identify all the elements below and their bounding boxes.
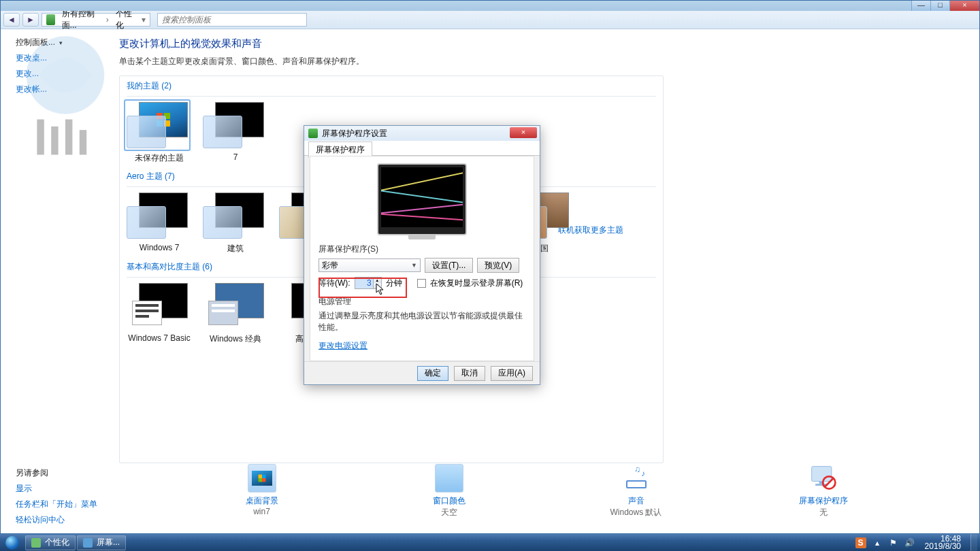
dialog-tabstrip: 屏幕保护程序 [304,141,540,156]
wait-input[interactable] [355,278,373,288]
screensaver-section-label: 屏幕保护程序(S) [318,244,525,255]
screensaver-icon [809,464,838,492]
search-input[interactable] [158,14,306,26]
navbar: ◄ ► 所有控制面... › 个性化 ▾ [1,11,979,29]
close-button[interactable]: × [949,1,979,11]
tray-flag-icon[interactable]: ⚑ [888,537,899,548]
resume-label: 在恢复时显示登录屏幕(R) [430,278,523,289]
sidebar-link-display[interactable]: 显示 [1,481,114,497]
control-panel-icon [46,14,55,25]
show-desktop-button[interactable] [970,534,977,551]
screensaver-dialog: 屏幕保护程序设置 × 屏幕保护程序 屏幕保护程序(S) 彩带▼ 设置(T)...… [304,125,540,385]
change-power-link[interactable]: 更改电源设置 [318,341,368,350]
search-box[interactable] [157,13,307,27]
sidebar-header[interactable]: 控制面板...▾ [1,35,114,50]
taskbar[interactable]: 个性化 屏幕... S ▴ ⚑ 🔊 16:482019/8/30 [0,534,980,551]
maximize-button[interactable]: □ [930,1,949,11]
sidebar-link-desktop[interactable]: 更改桌... [1,50,114,66]
theme-windows7[interactable]: Windows 7 [127,193,192,254]
dialog-icon [308,129,318,138]
settings-button[interactable]: 设置(T)... [425,258,473,273]
dialog-body: 屏幕保护程序(S) 彩带▼ 设置(T)... 预览(V) 等待(W): ▲▼ 分… [310,156,534,361]
theme-win7-basic[interactable]: Windows 7 Basic [127,283,192,345]
tile-window-color[interactable]: 窗口颜色 天空 [398,464,500,518]
app-icon [83,538,93,548]
screensaver-combobox[interactable]: 彩带▼ [318,258,421,272]
my-themes-header: 我的主题 (2) [127,80,656,92]
svg-text:♫: ♫ [634,465,640,474]
svg-rect-2 [51,127,58,155]
dialog-titlebar[interactable]: 屏幕保护程序设置 × [304,126,540,141]
content-area: 更改计算机上的视觉效果和声音 单击某个主题立即更改桌面背景、窗口颜色、声音和屏幕… [114,29,979,533]
tray-volume-icon[interactable]: 🔊 [904,537,915,548]
svg-rect-4 [80,130,86,154]
minimize-button[interactable]: — [911,1,930,11]
back-button[interactable]: ◄ [3,13,20,27]
sidebar-link-change[interactable]: 更改... [1,66,114,82]
window-color-icon [435,464,463,492]
theme-unsaved[interactable]: 未保存的主题 [127,102,192,164]
theme-7[interactable]: 7 [203,102,268,164]
sidebar-link-account[interactable]: 更改帐... [1,82,114,97]
ok-button[interactable]: 确定 [417,366,448,381]
theme-classic[interactable]: Windows 经典 [203,283,268,345]
spin-down[interactable]: ▼ [373,283,381,288]
cancel-button[interactable]: 取消 [454,366,485,381]
desktop-bg-icon [248,464,276,492]
taskbar-app-screensaver[interactable]: 屏幕... [77,535,126,550]
app-icon [31,538,41,548]
svg-rect-3 [65,120,72,155]
tray-up-icon[interactable]: ▴ [872,537,883,548]
svg-rect-1 [37,120,44,155]
apply-button[interactable]: 应用(A) [491,366,533,381]
sidebar-link-taskbar[interactable]: 任务栏和「开始」菜单 [1,497,114,512]
dialog-footer: 确定 取消 应用(A) [304,361,540,384]
dialog-close-button[interactable]: × [510,127,537,138]
screensaver-preview [377,163,467,235]
wait-unit: 分钟 [386,278,402,289]
system-tray: S ▴ ⚑ 🔊 16:482019/8/30 [853,534,980,551]
breadcrumb-dropdown[interactable]: ▾ [139,15,148,24]
preview-button[interactable]: 预览(V) [477,258,519,273]
chevron-down-icon: ▼ [411,262,417,269]
theme-architecture[interactable]: 建筑 [203,193,268,254]
tile-desktop-background[interactable]: 桌面背景 win7 [211,464,313,516]
tray-ime-icon[interactable]: S [855,537,866,548]
forward-button[interactable]: ► [22,13,39,27]
spin-up[interactable]: ▲ [373,278,381,283]
sidebar: 控制面板...▾ 更改桌... 更改... 更改帐... 另请参阅 显示 任务栏… [1,29,114,533]
taskbar-app-personalize[interactable]: 个性化 [25,535,76,550]
breadcrumb[interactable]: 所有控制面... › 个性化 ▾ [42,13,150,27]
wait-label: 等待(W): [318,278,350,289]
start-button[interactable] [0,534,24,551]
sidebar-link-ease[interactable]: 轻松访问中心 [1,512,114,528]
dialog-title: 屏幕保护程序设置 [322,128,387,139]
svg-rect-6 [627,482,645,487]
resume-checkbox[interactable] [417,279,426,288]
see-also-header: 另请参阅 [1,465,114,481]
tile-sound[interactable]: ♪♫ 声音 Windows 默认 [585,464,687,518]
power-text: 通过调整显示亮度和其他电源设置以节省能源或提供最佳性能。 [318,310,525,333]
svg-rect-9 [811,467,831,482]
power-section-label: 电源管理 [318,296,525,307]
footer-tiles: 桌面背景 win7 窗口颜色 天空 ♪♫ 声音 Windows 默认 [168,464,917,525]
titlebar[interactable]: — □ × [1,1,979,11]
page-subtitle: 单击某个主题立即更改桌面背景、窗口颜色、声音和屏幕保护程序。 [119,56,947,67]
tile-screensaver[interactable]: 屏幕保护程序 无 [772,464,875,518]
sound-icon: ♪♫ [622,464,651,492]
wait-spinner[interactable]: ▲▼ [355,277,382,289]
breadcrumb-item-all[interactable]: 所有控制面... [58,8,103,31]
page-title: 更改计算机上的视觉效果和声音 [119,37,947,50]
svg-text:♪: ♪ [641,469,645,478]
breadcrumb-item-personalize[interactable]: 个性化 [112,8,139,31]
tray-clock[interactable]: 16:482019/8/30 [921,535,965,550]
